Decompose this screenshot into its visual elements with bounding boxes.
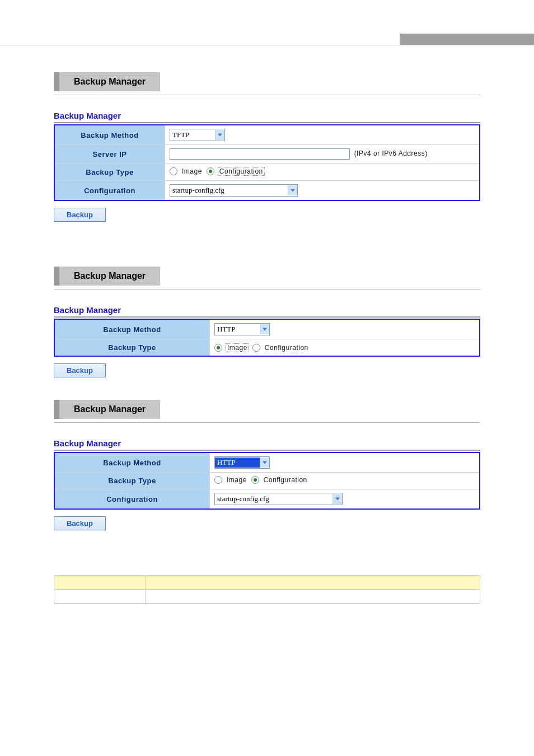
section-title: Backup Manager bbox=[54, 267, 160, 286]
label-backup-type: Backup Type bbox=[54, 164, 165, 181]
row-configuration: Configuration startup-config.cfg bbox=[54, 489, 480, 510]
radio-configuration[interactable] bbox=[252, 344, 260, 352]
section-header: Backup Manager bbox=[54, 267, 480, 290]
chevron-down-icon bbox=[260, 458, 269, 468]
radio-image-label: Image bbox=[181, 167, 203, 175]
row-server-ip: Server IP (IPv4 or IPv6 Address) bbox=[54, 145, 480, 164]
configuration-value: startup-config.cfg bbox=[170, 185, 288, 195]
chevron-down-icon bbox=[260, 324, 269, 334]
configuration-value: startup-config.cfg bbox=[215, 494, 332, 504]
radio-configuration-label: Configuration bbox=[264, 344, 310, 352]
radio-configuration[interactable] bbox=[251, 476, 259, 484]
footer-header-right bbox=[146, 576, 480, 590]
chevron-down-icon bbox=[288, 185, 297, 195]
backup-form-http-image: Backup Method HTTP Backup Type Image Con… bbox=[54, 319, 480, 357]
backup-method-select[interactable]: HTTP bbox=[214, 456, 270, 469]
label-backup-method: Backup Method bbox=[54, 319, 210, 339]
backup-method-select[interactable]: TFTP bbox=[170, 129, 225, 141]
label-backup-method: Backup Method bbox=[54, 125, 165, 145]
subsection-title: Backup Manager bbox=[54, 438, 480, 451]
backup-button[interactable]: Backup bbox=[54, 208, 106, 222]
radio-image[interactable] bbox=[214, 476, 222, 484]
section-title: Backup Manager bbox=[54, 400, 160, 419]
backup-button[interactable]: Backup bbox=[54, 363, 106, 377]
footer-cell-right bbox=[146, 590, 480, 604]
label-backup-type: Backup Type bbox=[54, 473, 210, 489]
top-right-block bbox=[400, 34, 534, 45]
configuration-select[interactable]: startup-config.cfg bbox=[170, 184, 298, 197]
radio-configuration[interactable] bbox=[207, 167, 214, 175]
backup-method-value: TFTP bbox=[170, 130, 215, 140]
backup-method-value: HTTP bbox=[215, 324, 260, 334]
radio-image[interactable] bbox=[170, 167, 177, 175]
row-backup-method: Backup Method HTTP bbox=[54, 452, 480, 473]
backup-form-http-config: Backup Method HTTP Backup Type Image Con… bbox=[54, 452, 480, 510]
backup-button[interactable]: Backup bbox=[54, 516, 106, 530]
subsection-title: Backup Manager bbox=[54, 305, 480, 318]
radio-configuration-label: Configuration bbox=[263, 476, 308, 484]
label-backup-type: Backup Type bbox=[54, 339, 210, 357]
subsection-title: Backup Manager bbox=[54, 111, 480, 123]
backup-form-tftp: Backup Method TFTP Server IP (IPv4 or IP… bbox=[54, 124, 480, 201]
section-title: Backup Manager bbox=[54, 72, 160, 91]
radio-image-label: Image bbox=[226, 343, 249, 352]
radio-image[interactable] bbox=[214, 344, 222, 352]
label-configuration: Configuration bbox=[54, 489, 210, 510]
label-configuration: Configuration bbox=[54, 181, 165, 201]
footer-table bbox=[54, 575, 480, 604]
row-configuration: Configuration startup-config.cfg bbox=[54, 181, 480, 201]
footer-cell-left bbox=[54, 590, 146, 604]
section-header: Backup Manager bbox=[54, 72, 480, 95]
radio-configuration-label: Configuration bbox=[218, 167, 265, 176]
radio-image-label: Image bbox=[226, 476, 248, 484]
chevron-down-icon bbox=[332, 494, 342, 504]
row-backup-method: Backup Method HTTP bbox=[54, 319, 480, 339]
label-backup-method: Backup Method bbox=[54, 452, 210, 473]
chevron-down-icon bbox=[215, 130, 224, 140]
row-backup-method: Backup Method TFTP bbox=[54, 125, 480, 145]
backup-type-radio-group: Image Configuration bbox=[170, 167, 265, 176]
backup-method-select[interactable]: HTTP bbox=[214, 323, 270, 335]
server-ip-hint: (IPv4 or IPv6 Address) bbox=[354, 150, 428, 157]
top-divider bbox=[0, 34, 534, 45]
backup-method-value: HTTP bbox=[215, 458, 260, 468]
section-header: Backup Manager bbox=[54, 400, 480, 423]
label-server-ip: Server IP bbox=[54, 145, 165, 164]
backup-type-radio-group: Image Configuration bbox=[214, 476, 308, 484]
row-backup-type: Backup Type Image Configuration bbox=[54, 339, 480, 357]
backup-type-radio-group: Image Configuration bbox=[214, 343, 310, 352]
footer-header-left bbox=[54, 576, 146, 590]
server-ip-input[interactable] bbox=[170, 148, 350, 160]
configuration-select[interactable]: startup-config.cfg bbox=[214, 493, 343, 505]
row-backup-type: Backup Type Image Configuration bbox=[54, 164, 480, 181]
row-backup-type: Backup Type Image Configuration bbox=[54, 473, 480, 489]
